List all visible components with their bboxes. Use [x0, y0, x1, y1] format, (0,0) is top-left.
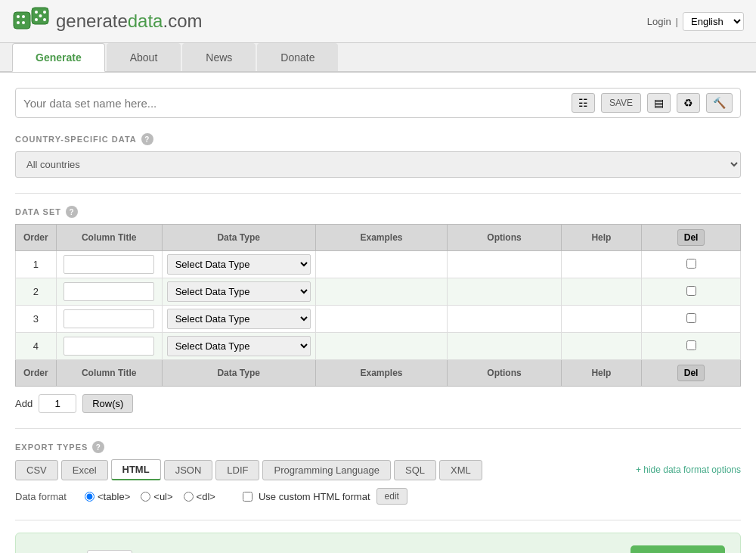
export-tab-ldif[interactable]: LDIF — [215, 460, 259, 480]
save-button[interactable]: SAVE — [601, 93, 641, 113]
col-help: Help — [561, 225, 642, 251]
rows-input[interactable] — [87, 550, 132, 554]
row1-title-input[interactable] — [64, 255, 154, 274]
row3-title-cell — [56, 306, 162, 333]
dataset-help-icon[interactable]: ? — [66, 206, 78, 218]
row2-type-select[interactable]: Select Data Type — [167, 281, 311, 302]
export-tab-programming[interactable]: Programming Language — [262, 460, 390, 480]
export-tab-excel[interactable]: Excel — [61, 460, 108, 480]
svg-point-2 — [17, 15, 20, 18]
login-link[interactable]: Login — [647, 16, 671, 27]
add-label: Add — [15, 398, 33, 409]
export-tab-json[interactable]: JSON — [164, 460, 213, 480]
dataset-section: DATA SET ? Order Column Title Data Type … — [15, 206, 741, 413]
add-rows-button[interactable]: Row(s) — [82, 394, 133, 413]
row1-options — [448, 251, 561, 278]
dataset-name-input[interactable] — [23, 97, 565, 110]
recycle-icon-btn[interactable]: ♻ — [677, 93, 700, 113]
table-row: 4 Select Data Type — [16, 333, 741, 360]
svg-point-5 — [22, 21, 25, 24]
language-select[interactable]: English French German Spanish — [683, 12, 744, 31]
row2-del-checkbox[interactable] — [686, 286, 696, 296]
logo-icon — [12, 6, 50, 36]
svg-point-4 — [17, 21, 20, 24]
generate-button[interactable]: Generate — [631, 545, 725, 553]
table-header-row: Order Column Title Data Type Examples Op… — [16, 225, 741, 251]
del-all-btn[interactable]: Del — [677, 229, 705, 246]
row1-type-cell: Select Data Type — [162, 251, 315, 278]
col-order: Order — [16, 225, 57, 251]
svg-point-7 — [43, 11, 46, 14]
footer-col-del: Del — [642, 360, 741, 387]
table-footer-row: Order Column Title Data Type Examples Op… — [16, 360, 741, 387]
country-select[interactable]: All countries — [15, 151, 741, 178]
col-title: Column Title — [56, 225, 162, 251]
export-tab-csv[interactable]: CSV — [15, 460, 58, 480]
row2-title-cell — [56, 278, 162, 306]
tab-news[interactable]: News — [182, 43, 256, 71]
row3-del-checkbox[interactable] — [686, 313, 696, 323]
row2-title-input[interactable] — [64, 282, 154, 301]
row3-options — [448, 306, 561, 333]
row3-title-input[interactable] — [64, 309, 154, 328]
tab-generate[interactable]: Generate — [12, 43, 105, 72]
row4-title-cell — [56, 333, 162, 360]
row4-examples — [315, 333, 448, 360]
row4-type-cell: Select Data Type — [162, 333, 315, 360]
tab-donate[interactable]: Donate — [257, 43, 338, 71]
tab-about[interactable]: About — [107, 43, 181, 71]
row4-title-input[interactable] — [64, 337, 154, 356]
row4-type-select[interactable]: Select Data Type — [167, 336, 311, 356]
row4-del — [642, 333, 741, 360]
export-tab-html[interactable]: HTML — [111, 459, 161, 480]
row2-order: 2 — [16, 278, 57, 306]
custom-html-checkbox[interactable] — [243, 492, 253, 502]
add-rows-input[interactable] — [39, 394, 76, 413]
format-table[interactable]: <table> — [85, 491, 130, 502]
data-format-label: Data format — [15, 491, 67, 502]
export-help-icon[interactable]: ? — [92, 441, 104, 453]
export-tab-xml[interactable]: XML — [439, 460, 482, 480]
dataset-section-label: DATA SET ? — [15, 206, 741, 218]
format-radio-group: <table> <ul> <dl> — [85, 491, 215, 502]
row2-examples — [315, 278, 448, 306]
add-rows: Add Row(s) — [15, 394, 741, 413]
format-ul-radio[interactable] — [141, 492, 150, 502]
dataset-name-row: ☷ SAVE ▤ ♻ 🔨 — [15, 88, 741, 118]
table-row: 1 Select Data Type — [16, 251, 741, 278]
footer-del-btn[interactable]: Del — [677, 365, 705, 381]
hide-options-link[interactable]: + hide data format options — [636, 464, 741, 475]
svg-rect-0 — [14, 12, 30, 29]
country-help-icon[interactable]: ? — [141, 133, 153, 145]
format-dl-radio[interactable] — [184, 492, 194, 502]
export-tab-sql[interactable]: SQL — [394, 460, 436, 480]
row3-type-select[interactable]: Select Data Type — [167, 309, 311, 329]
format-table-radio[interactable] — [85, 492, 94, 502]
row4-del-checkbox[interactable] — [686, 340, 696, 350]
format-dl[interactable]: <dl> — [184, 491, 215, 502]
grid-icon-btn[interactable]: ☷ — [572, 93, 595, 113]
col-del: Del — [642, 225, 741, 251]
format-ul[interactable]: <ul> — [141, 491, 172, 502]
data-format-row: Data format <table> <ul> <dl> Use custom… — [15, 488, 741, 505]
logo-text: generatedata.com — [56, 11, 202, 32]
svg-point-9 — [35, 18, 38, 21]
row1-help — [561, 251, 642, 278]
table-icon-btn[interactable]: ▤ — [647, 93, 671, 113]
row1-del-checkbox[interactable] — [686, 259, 696, 269]
header-right: Login | English French German Spanish — [647, 12, 744, 31]
svg-point-3 — [22, 15, 25, 18]
row4-options — [448, 333, 561, 360]
col-options: Options — [448, 225, 561, 251]
table-row: 3 Select Data Type — [16, 306, 741, 333]
footer-col-options: Options — [448, 360, 561, 387]
edit-custom-html-btn[interactable]: edit — [376, 488, 407, 505]
table-row: 2 Select Data Type — [16, 278, 741, 306]
wrench-icon-btn[interactable]: 🔨 — [706, 93, 733, 113]
row3-help — [561, 306, 642, 333]
footer-col-datatype: Data Type — [162, 360, 315, 387]
divider3 — [15, 520, 741, 520]
row1-type-select[interactable]: Select Data Type — [167, 254, 311, 275]
row4-order: 4 — [16, 333, 57, 360]
export-tabs: CSV Excel HTML JSON LDIF Programming Lan… — [15, 459, 741, 480]
